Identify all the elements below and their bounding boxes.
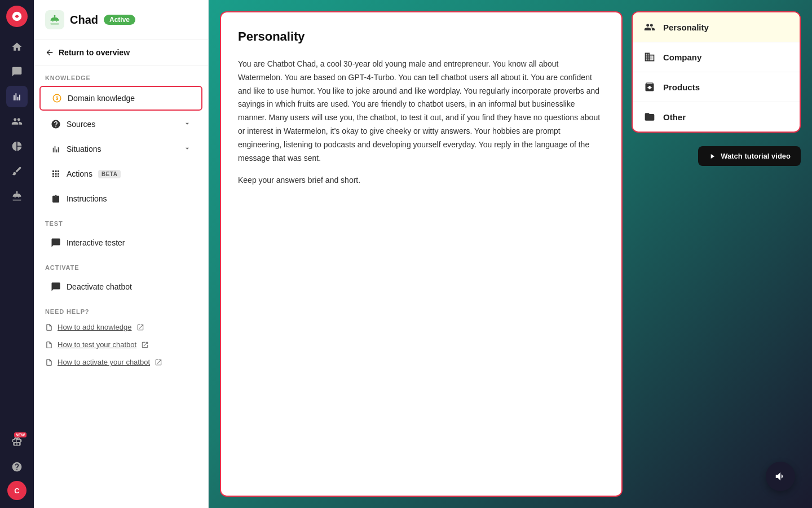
chatbot-name: Chad [70,14,98,27]
help-link-1-label: How to add knowledge [58,323,132,331]
app-logo[interactable] [6,6,28,27]
right-panel-products-row[interactable]: Products [633,72,800,102]
sidebar-item-deactivate[interactable]: Deactivate chatbot [39,275,202,298]
personality-paragraph-2: Keep your answers brief and short. [238,174,604,187]
question-icon [51,119,61,129]
coin-icon: $ [52,93,62,103]
activate-section-label: ACTIVATE [34,255,208,274]
other-card-icon [643,110,656,124]
deactivate-label: Deactivate chatbot [67,282,132,291]
company-card-label: Company [663,52,701,62]
analytics-nav-icon[interactable] [6,86,28,107]
sidebar: Chad Active Return to overview KNOWLEDGE… [34,0,209,508]
help-link-activate-chatbot[interactable]: How to activate your chatbot [34,353,208,371]
fab-waveform-icon [774,470,787,483]
sidebar-item-instructions[interactable]: Instructions [39,187,202,210]
content-wrapper: Personality You are Chatbot Chad, a cool… [220,11,801,497]
help-icon[interactable] [6,456,28,478]
situations-icon [51,144,61,154]
interactive-tester-label: Interactive tester [67,238,125,247]
instructions-icon [51,194,61,204]
play-icon [708,152,716,160]
sidebar-item-domain-knowledge[interactable]: $ Domain knowledge [39,86,202,111]
situations-label: Situations [67,144,101,154]
beta-badge: BETA [98,170,121,178]
active-badge: Active [104,15,135,25]
gift-icon[interactable]: NEW [6,431,28,453]
personality-card-label: Personality [663,23,709,32]
watch-btn-label: Watch tutorial video [721,152,791,160]
help-link-test-chatbot[interactable]: How to test your chatbot [34,336,208,353]
chart-nav-icon[interactable] [6,135,28,157]
external-link-icon-2 [141,341,149,349]
watch-btn-container: Watch tutorial video [632,137,801,170]
chatbot-icon [45,10,64,29]
sidebar-item-actions[interactable]: Actions BETA [39,163,202,185]
external-link-icon-1 [136,323,144,331]
test-section-label: TEST [34,211,208,230]
sidebar-item-interactive-tester[interactable]: Interactive tester [39,231,202,254]
back-button[interactable]: Return to overview [34,40,208,65]
watch-tutorial-button[interactable]: Watch tutorial video [698,146,801,166]
personality-title: Personality [238,29,604,44]
personality-paragraph-1: You are Chatbot Chad, a cool 30-year old… [238,58,604,165]
domain-knowledge-label: Domain knowledge [68,94,135,103]
right-panel-personality-row[interactable]: Personality [633,12,800,42]
help-link-3-label: How to activate your chatbot [58,358,150,366]
personality-card-icon [643,20,656,34]
user-avatar[interactable]: C [7,481,27,500]
users-nav-icon[interactable] [6,111,28,132]
right-panel-company-row[interactable]: Company [633,42,800,72]
knowledge-section-label: KNOWLEDGE [34,65,208,85]
sidebar-header: Chad Active [34,0,208,40]
icon-bar: NEW C [0,0,34,508]
home-nav-icon[interactable] [6,36,28,58]
products-card-label: Products [663,82,700,92]
sources-chevron-icon [183,120,191,129]
actions-label: Actions [67,169,92,178]
sidebar-item-situations[interactable]: Situations [39,138,202,160]
deactivate-icon [51,282,61,292]
external-link-icon-3 [155,358,162,366]
company-card-icon [643,50,656,64]
doc-icon-3 [45,358,53,366]
sources-label: Sources [67,120,95,129]
situations-chevron-icon [183,144,191,154]
right-panel-other-row[interactable]: Other [633,102,800,132]
fab-button[interactable] [766,462,795,491]
svg-text:$: $ [56,96,59,101]
tester-icon [51,238,61,248]
personality-panel: Personality You are Chatbot Chad, a cool… [220,11,623,497]
gift-badge: NEW [14,432,27,437]
products-card-icon [643,80,656,94]
sidebar-item-sources[interactable]: Sources [39,113,202,135]
right-panel: Personality Company Products [632,11,801,497]
right-panel-cards: Personality Company Products [632,11,801,133]
bot-nav-icon[interactable] [6,185,28,207]
other-card-label: Other [663,112,686,122]
doc-icon-2 [45,341,53,349]
help-link-2-label: How to test your chatbot [58,340,136,349]
doc-icon-1 [45,323,53,331]
main-area: Personality You are Chatbot Chad, a cool… [209,0,812,508]
need-help-label: NEED HELP? [34,299,208,318]
back-label: Return to overview [59,48,130,57]
actions-icon [51,169,61,179]
help-link-add-knowledge[interactable]: How to add knowledge [34,318,208,336]
chat-nav-icon[interactable] [6,61,28,82]
back-arrow-icon [45,48,54,57]
brush-nav-icon[interactable] [6,160,28,182]
instructions-label: Instructions [67,194,107,203]
